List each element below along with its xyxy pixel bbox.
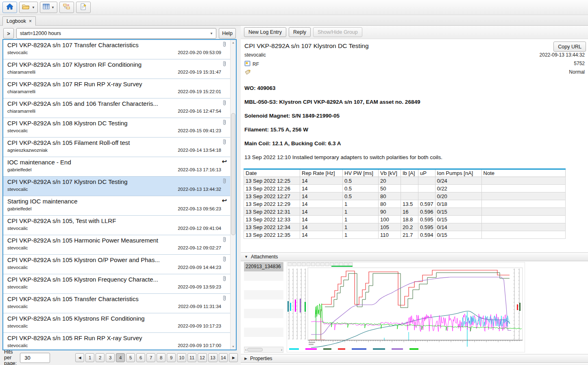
log-entry-item[interactable]: CPI VKP-8292A s/n 108 Klystron DC Testin…	[3, 118, 236, 138]
log-entry-item[interactable]: CPI VKP-8292A s/n 105 Filament Roll-off …	[3, 138, 236, 157]
log-entry-author: stevocalic	[7, 264, 28, 271]
hits-per-page-input[interactable]	[20, 353, 50, 363]
copy-url-button[interactable]: Copy URL	[553, 42, 586, 52]
attachment-list-empty-row	[244, 281, 283, 290]
page-button-13[interactable]: 13	[208, 353, 218, 362]
hscrollbar-thumb[interactable]	[247, 348, 263, 352]
log-entry-item[interactable]: ↩IOC maintenance - Endgabrielfedel2022-0…	[3, 157, 236, 177]
scrollbar-thumb[interactable]	[231, 113, 235, 235]
attachments-panel: ▼ Attachments 220913_134836 ‹ ›	[241, 252, 588, 354]
page-button-4[interactable]: 4	[116, 353, 125, 362]
log-entry-item[interactable]: CPI VKP-8292A s/n 105 Transfer Character…	[3, 294, 236, 313]
next-page-button[interactable]: ▶	[229, 353, 238, 362]
log-entry-author: chiaramarrelli	[7, 108, 35, 115]
scroll-down-icon[interactable]: ▼	[231, 344, 236, 350]
search-input[interactable]	[16, 28, 216, 39]
log-entry-title: CPI VKP-8292A s/n 107 RF Run RP X-ray Su…	[7, 80, 226, 88]
table-row: 13 Sep 2022 12:291418013.50.5970/18	[244, 200, 566, 208]
attachment-item[interactable]: 220913_134836	[244, 262, 283, 271]
page-button-7[interactable]: 7	[146, 353, 155, 362]
log-entry-timestamp: 2022-09-09 13:59:23	[178, 284, 221, 291]
log-entry-title: CPI VKP-8292A s/n 105 Klystron O/P Power…	[7, 256, 226, 264]
entry-body-line: MBL-050-S3: Klystron CPI VKP-8292A s/n 1…	[244, 95, 584, 109]
tree-view-button[interactable]	[59, 2, 74, 13]
attachments-header[interactable]: ▼ Attachments	[241, 252, 588, 261]
properties-header[interactable]: ▶ Properties	[241, 354, 588, 363]
expand-triangle-icon[interactable]: ▶	[244, 356, 247, 361]
attachment-paperclip-icon	[222, 119, 227, 125]
log-entry-item[interactable]: CPI VKP-8292A s/n 105 Klystron O/P Power…	[3, 255, 236, 274]
log-entry-timestamp: 2022-09-19 15:22:01	[178, 88, 221, 95]
new-log-entry-button[interactable]: New Log Entry	[244, 27, 286, 37]
page-button-6[interactable]: 6	[136, 353, 145, 362]
reply-button[interactable]: Reply	[289, 27, 311, 37]
scroll-left-icon[interactable]: ‹	[245, 347, 246, 352]
open-logbook-button[interactable]: ▼	[19, 2, 38, 13]
list-scrollbar[interactable]: ▲ ▼	[230, 40, 236, 350]
tab-logbook[interactable]: Logbook ×	[2, 16, 36, 26]
table-row: 13 Sep 2022 12:3414110520.20.5950/14	[244, 223, 566, 231]
page-button-1[interactable]: 1	[85, 353, 94, 362]
scroll-right-icon[interactable]: ›	[281, 347, 282, 352]
open-folder-icon	[22, 4, 30, 11]
page-button-10[interactable]: 10	[177, 353, 186, 362]
log-entry-item[interactable]: CPI VKP-8292A s/n 105 Harmonic Power Mea…	[3, 235, 236, 255]
new-entry-button[interactable]	[76, 2, 91, 13]
page-button-2[interactable]: 2	[96, 353, 105, 362]
log-entry-item[interactable]: CPI VKP-8292A s/n 105, Test with LLRFste…	[3, 216, 236, 235]
page-button-14[interactable]: 14	[219, 353, 228, 362]
search-expand-button[interactable]: >	[3, 28, 14, 39]
home-icon	[6, 3, 13, 11]
log-entry-item[interactable]: CPI VKP-8292A s/n 105 Klystrons RF Condi…	[3, 313, 236, 333]
logbook-app: ▼ ▼ Logbook × > ▼	[0, 0, 588, 365]
log-entry-item[interactable]: ↩Starting IOC maintenancegabrielfedel202…	[3, 196, 236, 216]
attachment-list-empty-row	[244, 337, 283, 346]
entry-title: CPI VKP-8292A s/n 107 Klystron DC Testin…	[244, 42, 369, 50]
entry-body-line: Solenoid Magnet: S/N 1849-21990-05	[244, 109, 584, 123]
log-entry-author: stevocalic	[7, 225, 28, 232]
tab-close-icon[interactable]: ×	[29, 18, 32, 24]
search-box: ▼	[16, 28, 216, 39]
page-button-12[interactable]: 12	[198, 353, 207, 362]
scroll-up-icon[interactable]: ▲	[231, 40, 236, 46]
prev-page-button[interactable]: ◀	[75, 353, 84, 362]
attachment-paperclip-icon	[222, 138, 227, 145]
attachment-list-empty-row	[244, 271, 283, 281]
log-entry-title: CPI VKP-8292A s/n 105 Transfer Character…	[7, 295, 226, 303]
page-button-3[interactable]: 3	[106, 353, 115, 362]
collapse-triangle-icon[interactable]: ▼	[244, 255, 248, 259]
page-button-9[interactable]: 9	[167, 353, 176, 362]
attachment-preview-image	[287, 262, 525, 352]
table-row: 13 Sep 2022 12:26140.5500/22	[244, 185, 566, 192]
attachment-list-hscrollbar[interactable]: ‹ ›	[244, 347, 283, 353]
log-entry-timestamp: 2022-09-09 11:31:34	[178, 303, 221, 310]
attachment-paperclip-icon	[222, 256, 227, 262]
log-entry-author: stevocalic	[7, 284, 28, 291]
entry-priority: Normal	[569, 69, 585, 75]
log-entry-title: CPI VKP-8292A s/n 105 and 106 Transfer C…	[7, 100, 226, 108]
tab-bar: Logbook ×	[0, 15, 588, 26]
log-entry-item[interactable]: CPI VKP-8292A s/n 105 RF Run RP X-ray Su…	[3, 333, 236, 350]
search-row: > ▼ Help	[3, 28, 236, 39]
log-entry-item[interactable]: CPI VKP-8292A s/n 107 Klystron DC Testin…	[3, 177, 236, 196]
entry-body: WO: 409063MBL-050-S3: Klystron CPI VKP-8…	[244, 81, 584, 164]
log-entry-item[interactable]: CPI VKP-8292A s/n 107 Klystron RF Condit…	[3, 59, 236, 79]
attachment-paperclip-icon	[222, 177, 227, 184]
page-button-5[interactable]: 5	[126, 353, 135, 362]
log-entry-author: stevocalic	[7, 323, 28, 330]
log-entry-item[interactable]: CPI VKP-8292A s/n 105 Klystron Frequency…	[3, 274, 236, 294]
attachment-preview[interactable]	[287, 262, 588, 354]
log-entry-title: CPI VKP-8292A s/n 105 Filament Roll-off …	[7, 139, 226, 147]
page-button-8[interactable]: 8	[157, 353, 166, 362]
log-entry-item[interactable]: CPI VKP-8292A s/n 107 RF Run RP X-ray Su…	[3, 79, 236, 98]
page-button-11[interactable]: 11	[187, 353, 196, 362]
tree-view-icon	[63, 4, 70, 11]
log-entry-item[interactable]: CPI VKP-8292A s/n 105 and 106 Transfer C…	[3, 98, 236, 118]
log-entry-item[interactable]: CPI VKP-8292A s/n 107 Transfer Character…	[3, 40, 236, 59]
home-button[interactable]	[2, 2, 17, 13]
search-history-caret-icon[interactable]: ▼	[210, 32, 213, 35]
help-button[interactable]: Help	[219, 28, 236, 39]
attachment-paperclip-icon	[222, 275, 227, 282]
log-entry-title: CPI VKP-8292A s/n 108 Klystron DC Testin…	[7, 119, 226, 127]
table-view-button[interactable]: ▼	[40, 2, 57, 13]
